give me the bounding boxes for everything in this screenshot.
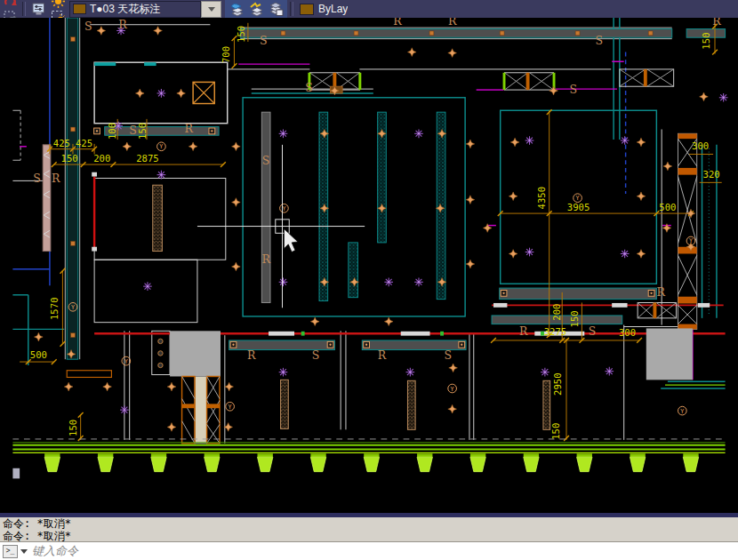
asterisk-light-icon [279,129,288,138]
cad-application-window: T●03 天花标注 ByLay [0,0,738,560]
light-diamond-icon [407,48,416,57]
asterisk-light-icon [279,368,288,377]
dimension-texts: 4254251502002875700150100150157050015043… [30,18,721,440]
toolbar-separator-2 [290,2,293,16]
chevron-down-icon [208,7,215,12]
layer-thaw-sun-icon[interactable] [50,0,67,9]
circled-switch-icon: Y [448,384,457,393]
dimension-label: 150 [236,26,247,43]
dimension-label: 425 [53,138,70,149]
strip-dot-icon [575,31,580,36]
room-label: R [378,348,387,362]
dimension-label: 150 [68,420,79,436]
crosshair-cursor [197,145,365,308]
svg-text:Y: Y [71,304,75,311]
svg-text:Y: Y [576,195,580,202]
room-label: R [393,18,402,28]
asterisk-light-icon [414,277,423,286]
asterisk-light-icon [525,248,534,257]
room-label: S [312,348,320,362]
dimension-label: 200 [551,304,563,321]
dimension-label: 2875 [136,153,159,164]
command-prompt-icon[interactable]: >_ [3,545,18,558]
room-label: R [448,18,457,28]
room-label: R [247,348,256,362]
asterisk-light-icon [541,368,549,377]
layer-dropdown[interactable]: T●03 天花标注 [69,1,201,18]
dimension-lines [20,23,722,441]
mullion-cap-icon [683,453,698,457]
room-label: S [129,124,137,137]
light-diamond-icon [154,27,163,36]
dimension-label: 150 [137,123,148,140]
room-label: S [33,172,41,185]
layer-monitor-icon[interactable] [30,1,47,17]
light-diamond-icon [384,317,393,326]
command-input-placeholder[interactable]: 键入命令 [32,543,78,559]
mullion-cap-icon [310,453,325,457]
svg-text:Y: Y [282,205,285,212]
room-label: S [262,154,270,167]
light-diamond-icon [637,250,646,259]
dimension-label: 425 [76,138,92,149]
strip-dot-icon [500,31,504,36]
layer-translate-icon[interactable] [268,1,285,17]
layer-states-icon[interactable] [229,1,245,17]
light-diamond-icon [225,382,234,391]
layer-previous-icon[interactable] [248,1,265,17]
mullion-cap-icon [470,453,485,457]
mouse-pointer-icon [284,228,297,252]
light-diamond-icon [232,262,241,271]
asterisk-light-icon [157,171,166,180]
dimension-label: 100 [107,123,118,140]
color-control[interactable]: ByLay [300,3,348,15]
drawing-canvas[interactable]: YYYYYYYYY 425425150200287570015010015015… [0,18,738,512]
dimension-label: 1570 [49,297,60,320]
light-diamond-icon [135,89,144,98]
mullion-cap-icon [417,453,432,457]
dimension-label: 700 [221,46,232,63]
light-diamond-icon [637,192,646,201]
dimension-label: 150 [550,423,562,440]
mullion-cap-icon [524,453,539,457]
mullion-cap-icon [258,453,273,457]
light-diamond-icon [448,49,457,58]
command-history: 命令: *取消*命令: *取消* [0,517,738,541]
light-diamond-icon [103,382,112,391]
dimension-label: 500 [659,202,676,213]
circled-switch-icon: Y [122,356,131,365]
circled-switch-icon: Y [686,236,695,245]
light-diamond-icon [167,423,176,432]
hatched-strips [153,112,550,429]
color-control-value: ByLay [318,3,348,15]
circled-switch-icon: Y [574,194,582,203]
circled-switch-icon: Y [226,402,235,411]
strip-dot-icon [71,333,76,338]
svg-text:Y: Y [159,143,163,150]
strip-dot-icon [71,37,76,42]
rotate-icon[interactable] [2,0,19,9]
asterisk-light-icon [279,277,288,286]
dimension-label: 300 [619,327,636,339]
main-toolbar: T●03 天花标注 ByLay [0,0,738,18]
layer-dropdown-chevron-button[interactable] [201,1,221,18]
dimension-label: 150 [701,32,712,49]
light-diamond-icon [232,198,241,207]
light-diamond-icon [189,142,197,151]
light-diamond-icon [510,138,519,147]
ceiling-plan-drawing[interactable]: YYYYYYYYY 425425150200287570015010015015… [0,18,738,512]
dimension-label: 2950 [552,372,564,396]
dimension-label: 200 [93,153,110,164]
layer-tools-group [225,0,287,18]
asterisk-light-icon [143,282,152,291]
svg-text:Y: Y [680,408,684,415]
dimension-label: 500 [30,349,47,361]
mullion-cap-icon [205,453,220,457]
room-label: S [305,81,313,94]
room-label: S [595,34,603,47]
room-label: S [260,34,268,47]
layer-color-swatch [73,4,86,14]
command-options-caret-icon[interactable] [20,549,28,554]
light-diamond-icon [637,138,646,147]
command-input-bar[interactable]: >_ 键入命令 [0,541,738,560]
